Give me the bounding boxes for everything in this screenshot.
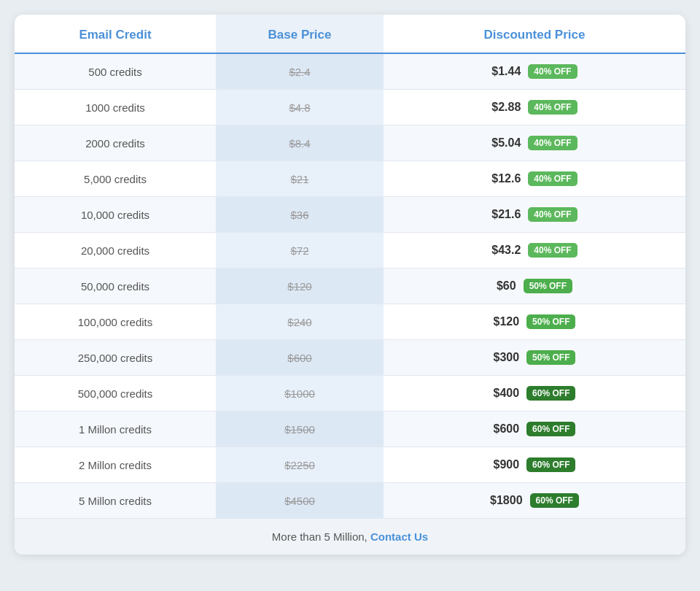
footer-text: More than 5 Million,	[272, 530, 368, 543]
table-row: 2 Millon credits$2250$90060% OFF	[15, 447, 685, 483]
cell-disc-price: $12.640% OFF	[384, 161, 685, 197]
disc-price-value: $12.6	[491, 172, 521, 185]
cell-email-credit: 100,000 credits	[15, 304, 216, 340]
table-row: 5,000 credits$21$12.640% OFF	[15, 161, 685, 197]
discount-badge: 50% OFF	[526, 314, 575, 329]
cell-email-credit: 5 Millon credits	[15, 483, 216, 519]
cell-base-price: $4.8	[216, 90, 384, 125]
cell-email-credit: 50,000 credits	[15, 269, 216, 304]
discount-badge: 40% OFF	[528, 100, 577, 115]
cell-base-price: $2.4	[216, 53, 384, 90]
table-row: 20,000 credits$72$43.240% OFF	[15, 233, 685, 269]
disc-price-value: $2.88	[491, 101, 521, 114]
cell-base-price: $21	[216, 161, 384, 197]
table-row: 10,000 credits$36$21.640% OFF	[15, 197, 685, 233]
discount-badge: 60% OFF	[526, 457, 575, 472]
cell-base-price: $120	[216, 269, 384, 304]
disc-price-value: $60	[497, 279, 516, 293]
cell-email-credit: 2000 credits	[15, 125, 216, 161]
pricing-table: Email Credit Base Price Discounted Price…	[15, 15, 685, 555]
cell-base-price: $8.4	[216, 125, 384, 161]
cell-disc-price: $2.8840% OFF	[384, 90, 685, 125]
cell-base-price: $600	[216, 340, 384, 376]
table-row: 500 credits$2.4$1.4440% OFF	[15, 53, 685, 90]
table-row: 2000 credits$8.4$5.0440% OFF	[15, 125, 685, 161]
contact-us-link[interactable]: Contact Us	[370, 530, 428, 543]
table-header-row: Email Credit Base Price Discounted Price	[15, 15, 685, 53]
table-row: 1000 credits$4.8$2.8840% OFF	[15, 90, 685, 125]
discount-badge: 40% OFF	[528, 136, 577, 150]
cell-disc-price: $90060% OFF	[384, 447, 685, 483]
disc-price-value: $600	[494, 422, 520, 436]
cell-base-price: $72	[216, 233, 384, 269]
disc-price-value: $43.2	[491, 244, 521, 257]
discount-badge: 60% OFF	[530, 493, 579, 508]
cell-base-price: $4500	[216, 483, 384, 519]
disc-price-value: $120	[494, 315, 520, 328]
cell-disc-price: $180060% OFF	[384, 483, 685, 519]
cell-base-price: $36	[216, 197, 384, 233]
table-row: 500,000 credits$1000$40060% OFF	[15, 376, 685, 412]
table-row: 5 Millon credits$4500$180060% OFF	[15, 483, 685, 519]
header-email-credit: Email Credit	[15, 15, 216, 53]
discount-badge: 60% OFF	[526, 422, 575, 436]
header-disc-price: Discounted Price	[384, 15, 685, 53]
cell-disc-price: $60060% OFF	[384, 412, 685, 447]
cell-base-price: $1000	[216, 376, 384, 412]
cell-email-credit: 1000 credits	[15, 90, 216, 125]
cell-email-credit: 20,000 credits	[15, 233, 216, 269]
table-row: 50,000 credits$120$6050% OFF	[15, 269, 685, 304]
disc-price-value: $1800	[490, 494, 523, 507]
cell-base-price: $1500	[216, 412, 384, 447]
cell-email-credit: 250,000 credits	[15, 340, 216, 376]
cell-base-price: $2250	[216, 447, 384, 483]
cell-email-credit: 10,000 credits	[15, 197, 216, 233]
cell-email-credit: 500 credits	[15, 53, 216, 90]
cell-disc-price: $12050% OFF	[384, 304, 685, 340]
discount-badge: 40% OFF	[528, 243, 577, 258]
cell-disc-price: $21.640% OFF	[384, 197, 685, 233]
cell-base-price: $240	[216, 304, 384, 340]
discount-badge: 40% OFF	[528, 207, 577, 222]
footer-row: More than 5 Million, Contact Us	[15, 519, 685, 555]
footer-cell: More than 5 Million, Contact Us	[15, 519, 685, 555]
disc-price-value: $5.04	[491, 136, 521, 150]
discount-badge: 50% OFF	[526, 350, 575, 365]
cell-disc-price: $40060% OFF	[384, 376, 685, 412]
disc-price-value: $1.44	[491, 65, 521, 78]
cell-disc-price: $6050% OFF	[384, 269, 685, 304]
discount-badge: 40% OFF	[528, 171, 577, 186]
table-row: 1 Millon credits$1500$60060% OFF	[15, 412, 685, 447]
discount-badge: 60% OFF	[526, 386, 575, 401]
cell-email-credit: 2 Millon credits	[15, 447, 216, 483]
disc-price-value: $300	[494, 351, 520, 364]
cell-email-credit: 1 Millon credits	[15, 412, 216, 447]
header-base-price: Base Price	[216, 15, 384, 53]
cell-email-credit: 500,000 credits	[15, 376, 216, 412]
table-row: 250,000 credits$600$30050% OFF	[15, 340, 685, 376]
disc-price-value: $900	[494, 458, 520, 471]
discount-badge: 40% OFF	[528, 64, 577, 79]
discount-badge: 50% OFF	[524, 279, 572, 293]
cell-disc-price: $43.240% OFF	[384, 233, 685, 269]
disc-price-value: $400	[494, 387, 520, 400]
cell-email-credit: 5,000 credits	[15, 161, 216, 197]
disc-price-value: $21.6	[491, 208, 521, 221]
cell-disc-price: $1.4440% OFF	[384, 53, 685, 90]
pricing-table-container: Email Credit Base Price Discounted Price…	[15, 15, 685, 555]
table-row: 100,000 credits$240$12050% OFF	[15, 304, 685, 340]
cell-disc-price: $30050% OFF	[384, 340, 685, 376]
cell-disc-price: $5.0440% OFF	[384, 125, 685, 161]
